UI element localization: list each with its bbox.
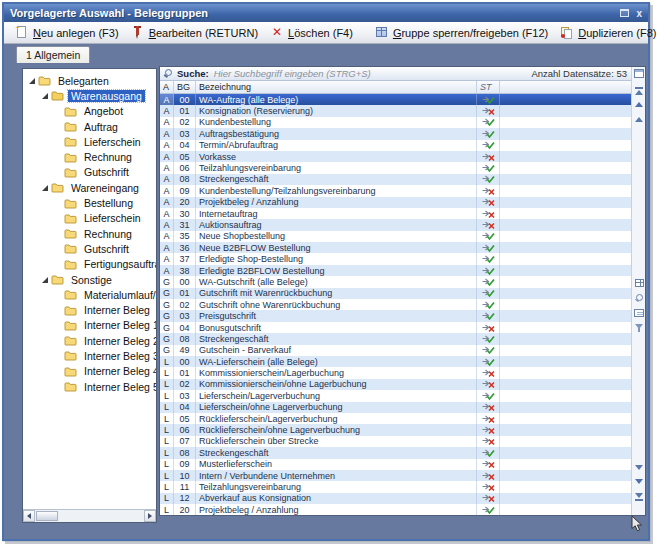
tree-item-gutschrift[interactable]: Gutschrift — [23, 165, 156, 180]
tree-item-interner-beleg-3-pps[interactable]: Interner Beleg 3 (PPS) — [23, 348, 156, 363]
tree-item-belegarten[interactable]: Belegarten — [23, 73, 156, 88]
scroll-right-icon[interactable] — [144, 510, 156, 522]
tree-expander-icon[interactable] — [42, 185, 48, 191]
table-row-l-11[interactable]: L11Teilzahlungsvereinbarung — [160, 481, 631, 492]
tree-item-angebot[interactable]: Angebot — [23, 104, 156, 119]
neu-anlegen-f3-button[interactable]: Neu anlegen (F3) — [10, 25, 124, 40]
table-row-g-02[interactable]: G02Gutschrift ohne Warenrückbuchung — [160, 299, 631, 310]
tree-expander-icon[interactable] — [42, 277, 48, 283]
table-row-l-09[interactable]: L09Musterlieferschein — [160, 459, 631, 470]
bearbeiten-return-button[interactable]: Bearbeiten (RETURN) — [126, 25, 263, 40]
tree-item-interner-beleg-4-pps[interactable]: Interner Beleg 4 (PPS) — [23, 364, 156, 379]
tree-item-interner-beleg[interactable]: Interner Beleg — [23, 302, 156, 317]
table-row-a-09[interactable]: A09Kundenbestellung/Teilzahlungsvereinba… — [160, 185, 631, 196]
table-view-icon[interactable] — [632, 279, 646, 287]
table-row-l-01[interactable]: L01Kommissionierschein/Lagerbuchung — [160, 367, 631, 378]
search-bar[interactable]: Suche: Hier Suchbegriff eingeben (STRG+S… — [160, 67, 631, 81]
status-blocked-icon — [482, 186, 495, 196]
tree-horizontal-scrollbar[interactable] — [23, 509, 156, 522]
folder-icon — [64, 198, 77, 209]
table-row-g-08[interactable]: G08Streckengeschäft — [160, 333, 631, 344]
gruppe-sperren-freigeben-f12-button[interactable]: Gruppe sperren/freigeben (F12) — [370, 25, 553, 40]
table-row-l-00[interactable]: L00WA-Lieferschein (alle Belege) — [160, 356, 631, 367]
tree-item-interner-beleg-5-pps[interactable]: Interner Beleg 5 (PPS) — [23, 379, 156, 394]
tree-item-wareneingang[interactable]: Wareneingang — [23, 180, 156, 195]
tree-item-interner-beleg-1-pps[interactable]: Interner Beleg 1 (PPS) — [23, 318, 156, 333]
table-row-l-07[interactable]: L07Rücklieferschein über Strecke — [160, 436, 631, 447]
tree-item-interner-beleg-2-pps[interactable]: Interner Beleg 2 (PPS) — [23, 333, 156, 348]
tree-item-warenausgang[interactable]: Warenausgang — [23, 88, 156, 103]
table-row-a-36[interactable]: A36Neue B2BFLOW Bestellung — [160, 242, 631, 253]
filter-icon[interactable] — [632, 324, 646, 329]
table-row-a-06[interactable]: A06Teilzahlungsvereinbarung — [160, 162, 631, 173]
title-bar[interactable]: Vorgelagerte Auswahl - Beleggruppen x — [4, 4, 648, 22]
duplizieren-f8-button[interactable]: Duplizieren (F8) — [555, 25, 658, 40]
table-row-a-31[interactable]: A31Auktionsauftrag — [160, 219, 631, 230]
scroll-down-icon[interactable] — [632, 479, 646, 484]
scroll-top-icon[interactable] — [632, 87, 646, 95]
table-row-a-30[interactable]: A30Internetauftrag — [160, 208, 631, 219]
table-row-a-01[interactable]: A01Konsignation (Reservierung) — [160, 105, 631, 116]
table-row-l-20[interactable]: L20Projektbeleg / Anzahlung — [160, 504, 631, 515]
cell-status — [477, 493, 500, 504]
column-header-bg[interactable]: BG — [174, 81, 196, 93]
tree-item-rechnung[interactable]: Rechnung — [23, 149, 156, 164]
tree-item-materialumlauf-reparatur[interactable]: Materialumlauf/Reparatur — [23, 287, 156, 302]
cell-bezeichnung: Neue Shopbestellung — [196, 231, 477, 242]
tab-allgemein[interactable]: 1 Allgemein — [16, 46, 90, 63]
table-row-a-00[interactable]: A00WA-Auftrag (alle Belege) — [160, 94, 631, 105]
tree-item-lieferschein[interactable]: Lieferschein — [23, 211, 156, 226]
table-row-g-00[interactable]: G00WA-Gutschrift (alle Belege) — [160, 276, 631, 287]
table-row-g-01[interactable]: G01Gutschrift mit Warenrückbuchung — [160, 288, 631, 299]
column-header-bezeichnung[interactable]: Bezeichnung — [196, 81, 477, 93]
page-up-icon[interactable] — [632, 117, 646, 122]
table-row-g-49[interactable]: G49Gutschein - Barverkauf — [160, 345, 631, 356]
table-row-l-08[interactable]: L08Streckengeschäft — [160, 447, 631, 458]
table-row-l-04[interactable]: L04Lieferschein/ohne Lagerverbuchung — [160, 402, 631, 413]
table-row-l-02[interactable]: L02Kommissionierschein/ohne Lagerbuchung — [160, 379, 631, 390]
tree-item-fertigungsauftrag-pps[interactable]: Fertigungsauftrag (PPS) — [23, 257, 156, 272]
search-input[interactable]: Hier Suchbegriff eingeben (STRG+S) — [214, 68, 532, 79]
table-row-g-04[interactable]: G04Bonusgutschrift — [160, 322, 631, 333]
table-row-a-08[interactable]: A08Streckengeschäft — [160, 174, 631, 185]
tree-item-auftrag[interactable]: Auftrag — [23, 119, 156, 134]
column-chooser-icon[interactable] — [632, 69, 646, 78]
l-schen-f4-button[interactable]: ✕Löschen (F4) — [265, 25, 358, 40]
table-row-a-05[interactable]: A05Vorkasse — [160, 151, 631, 162]
scroll-bottom-icon[interactable] — [632, 493, 646, 501]
tree-item-bestellung[interactable]: Bestellung — [23, 195, 156, 210]
status-released-icon — [482, 448, 495, 458]
table-row-a-35[interactable]: A35Neue Shopbestellung — [160, 231, 631, 242]
tree-expander-icon[interactable] — [29, 78, 35, 84]
table-row-a-02[interactable]: A02Kundenbestellung — [160, 117, 631, 128]
tree-expander-icon[interactable] — [42, 93, 48, 99]
page-down-icon[interactable] — [632, 465, 646, 470]
column-header-a[interactable]: A — [160, 81, 174, 93]
table-row-l-12[interactable]: L12Abverkauf aus Konsignation — [160, 493, 631, 504]
table-row-a-37[interactable]: A37Erledigte Shop-Bestellung — [160, 253, 631, 264]
tree-item-gutschrift[interactable]: Gutschrift — [23, 241, 156, 256]
index-cards-icon[interactable] — [632, 309, 646, 317]
tree-item-rechnung[interactable]: Rechnung — [23, 226, 156, 241]
table-row-a-38[interactable]: A38Erledigte B2BFLOW Bestellung — [160, 265, 631, 276]
table-row-l-05[interactable]: L05Rücklieferschein/Lagerverbuchung — [160, 413, 631, 424]
table-header[interactable]: A BG Bezeichnung ST — [160, 81, 631, 94]
scroll-left-icon[interactable] — [23, 510, 35, 522]
table-row-a-03[interactable]: A03Auftragsbestätigung — [160, 128, 631, 139]
table-row-l-06[interactable]: L06Rücklieferschein/ohne Lagerverbuchung — [160, 424, 631, 435]
restore-button[interactable] — [620, 8, 629, 19]
cell-filler — [500, 276, 631, 287]
table-row-l-03[interactable]: L03Lieferschein/Lagerverbuchung — [160, 390, 631, 401]
scroll-up-icon[interactable] — [632, 102, 646, 107]
scrollbar-thumb[interactable] — [36, 511, 58, 521]
column-header-st[interactable]: ST — [477, 81, 500, 93]
close-button[interactable]: x — [636, 8, 642, 19]
tree-item-sonstige[interactable]: Sonstige — [23, 272, 156, 287]
table-row-a-20[interactable]: A20Projektbeleg / Anzahlung — [160, 197, 631, 208]
quick-search-icon[interactable] — [632, 294, 646, 303]
table-row-g-03[interactable]: G03Preisgutschrift — [160, 310, 631, 321]
table-row-l-10[interactable]: L10Intern / Verbundene Unternehmen — [160, 470, 631, 481]
table-row-a-04[interactable]: A04Termin/Abrufauftrag — [160, 140, 631, 151]
scrollbar-track[interactable] — [35, 510, 144, 522]
tree-item-lieferschein[interactable]: Lieferschein — [23, 134, 156, 149]
